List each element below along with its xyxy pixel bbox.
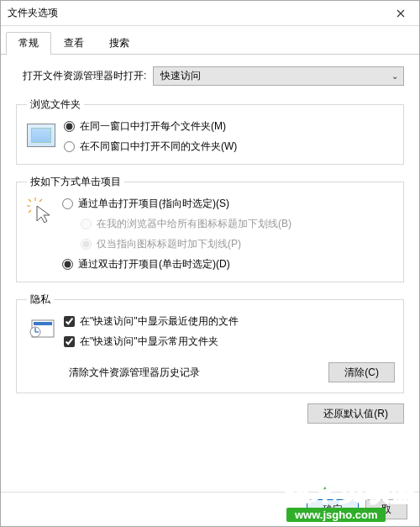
windows-icon [27, 120, 57, 150]
radio-single-click-label: 通过单击打开项目(指向时选定)(S) [78, 196, 229, 211]
tab-general[interactable]: 常规 [6, 32, 51, 55]
svg-rect-6 [34, 322, 52, 325]
check-frequent-folders-control[interactable] [64, 336, 75, 347]
open-explorer-label: 打开文件资源管理器时打开: [23, 69, 146, 83]
restore-defaults-button[interactable]: 还原默认值(R) [307, 403, 404, 424]
svg-line-4 [29, 210, 31, 213]
radio-double-click-control[interactable] [62, 259, 73, 270]
window-title: 文件夹选项 [8, 6, 58, 20]
open-explorer-value: 快速访问 [160, 69, 201, 83]
radio-new-window-control[interactable] [64, 141, 75, 152]
browse-folders-group: 浏览文件夹 在同一窗口中打开每个文件夹(M) 在不同窗口中打开不同的文件夹(W) [16, 97, 404, 165]
radio-underline-point: 仅当指向图标标题时加下划线(P) [62, 236, 395, 251]
radio-underline-point-label: 仅当指向图标标题时加下划线(P) [97, 236, 241, 251]
cancel-button[interactable]: 取 [365, 499, 407, 519]
privacy-group: 隐私 在"快速访问"中显示最近使用的文件 [16, 292, 404, 393]
svg-line-2 [29, 199, 31, 202]
browse-folders-legend: 浏览文件夹 [27, 97, 84, 112]
check-recent-files[interactable]: 在"快速访问"中显示最近使用的文件 [64, 314, 395, 329]
click-items-group: 按如下方式单击项目 通过单击打开项目(指向时选定 [16, 175, 404, 282]
radio-single-click[interactable]: 通过单击打开项目(指向时选定)(S) [62, 196, 395, 211]
open-explorer-select[interactable]: 快速访问 ⌄ [153, 66, 404, 86]
chevron-down-icon: ⌄ [391, 71, 398, 81]
radio-double-click-label: 通过双击打开项目(单击时选定)(D) [78, 256, 230, 271]
clear-button[interactable]: 清除(C) [328, 362, 395, 382]
clear-history-label: 清除文件资源管理器历史记录 [69, 366, 200, 380]
privacy-legend: 隐私 [27, 292, 54, 307]
radio-underline-all-label: 在我的浏览器中给所有图标标题加下划线(B) [97, 216, 291, 231]
radio-new-window[interactable]: 在不同窗口中打开不同的文件夹(W) [64, 139, 395, 154]
radio-single-click-control[interactable] [62, 198, 73, 209]
cursor-icon [27, 198, 55, 226]
click-items-legend: 按如下方式单击项目 [27, 175, 124, 189]
ok-button[interactable]: 确定 [307, 499, 359, 519]
check-frequent-folders-label: 在"快速访问"中显示常用文件夹 [80, 334, 218, 349]
check-recent-files-control[interactable] [64, 316, 75, 327]
radio-same-window-label: 在同一窗口中打开每个文件夹(M) [80, 119, 226, 134]
radio-new-window-label: 在不同窗口中打开不同的文件夹(W) [80, 139, 237, 154]
check-recent-files-label: 在"快速访问"中显示最近使用的文件 [80, 314, 239, 329]
radio-same-window-control[interactable] [64, 121, 75, 132]
radio-underline-point-control [81, 239, 92, 250]
check-frequent-folders[interactable]: 在"快速访问"中显示常用文件夹 [64, 334, 395, 349]
close-icon [396, 9, 405, 18]
privacy-icon [27, 315, 57, 340]
tab-view[interactable]: 查看 [51, 32, 97, 55]
radio-underline-all-control [81, 219, 92, 229]
close-button[interactable] [381, 1, 419, 25]
tab-search[interactable]: 搜索 [97, 32, 142, 55]
svg-line-3 [39, 199, 42, 202]
tab-bar: 常规 查看 搜索 [1, 26, 419, 55]
radio-double-click[interactable]: 通过双击打开项目(单击时选定)(D) [62, 256, 395, 271]
radio-underline-all: 在我的浏览器中给所有图标标题加下划线(B) [62, 216, 395, 231]
radio-same-window[interactable]: 在同一窗口中打开每个文件夹(M) [64, 119, 395, 134]
